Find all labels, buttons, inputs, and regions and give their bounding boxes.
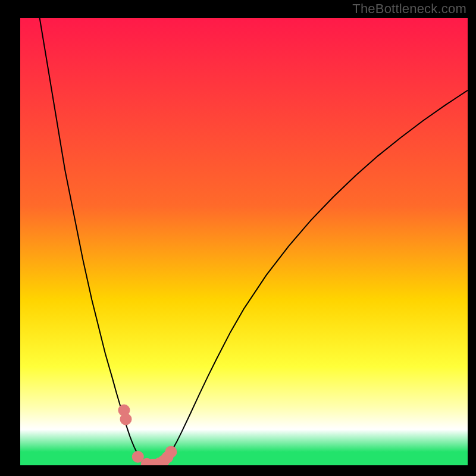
gradient-background	[20, 18, 468, 465]
watermark-text: TheBottleneck.com	[352, 1, 466, 17]
data-marker	[120, 414, 131, 425]
data-marker	[165, 446, 177, 458]
chart-plot-area	[20, 18, 468, 465]
chart-svg	[20, 18, 468, 465]
chart-frame: TheBottleneck.com	[0, 0, 476, 476]
